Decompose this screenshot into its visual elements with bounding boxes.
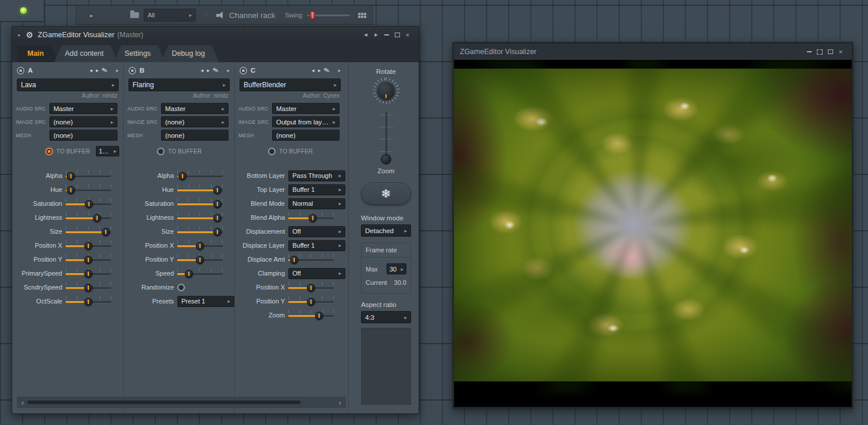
layer-enable-radio[interactable] bbox=[240, 67, 247, 74]
slider-position-y[interactable] bbox=[288, 296, 334, 306]
scrollbar-track[interactable] bbox=[26, 400, 337, 405]
select-bottom-layer[interactable]: Pass Through▸ bbox=[288, 170, 345, 181]
image-src-select[interactable]: Output from layer A▸ bbox=[272, 116, 340, 127]
slider-thumb[interactable] bbox=[84, 256, 92, 264]
horizontal-scrollbar[interactable]: ‹ › bbox=[17, 397, 346, 408]
next-effect-icon[interactable]: ▸ bbox=[318, 67, 321, 73]
slider-hue[interactable] bbox=[66, 184, 111, 195]
slider-thumb[interactable] bbox=[93, 214, 101, 222]
slider-saturation[interactable] bbox=[177, 198, 223, 209]
channel-display-grid-icon[interactable] bbox=[358, 13, 366, 18]
slider-thumb[interactable] bbox=[85, 200, 93, 208]
slider-position-y[interactable] bbox=[66, 254, 111, 265]
audio-src-select[interactable]: Master▸ bbox=[272, 103, 340, 114]
paint-icon[interactable]: ✎ bbox=[323, 66, 331, 75]
slider-scndryspeed[interactable] bbox=[66, 282, 111, 292]
slider-lightness[interactable] bbox=[177, 212, 223, 223]
mesh-select[interactable]: (none) bbox=[161, 130, 228, 141]
select-presets[interactable]: Preset 1▸ bbox=[177, 296, 234, 307]
slider-position-x[interactable] bbox=[177, 240, 223, 251]
select-clamping[interactable]: Off▸ bbox=[288, 268, 345, 279]
slider-thumb[interactable] bbox=[84, 284, 92, 292]
effect-select[interactable]: Lava ▸ bbox=[17, 78, 119, 91]
drag-handle-icon[interactable]: ⋮ bbox=[203, 11, 209, 19]
layer-enable-radio[interactable] bbox=[128, 67, 136, 74]
slider-lightness[interactable] bbox=[66, 212, 111, 223]
slider-alpha[interactable] bbox=[66, 170, 111, 181]
layer-menu-arrow-icon[interactable]: ▸ bbox=[116, 67, 119, 73]
effect-select[interactable]: Flaring ▸ bbox=[128, 78, 230, 91]
slider-size[interactable] bbox=[177, 226, 223, 237]
slider-thumb[interactable] bbox=[196, 256, 204, 264]
prev-preset-button[interactable]: ◂ bbox=[360, 27, 371, 42]
slider-speed[interactable] bbox=[177, 268, 223, 278]
slider-thumb[interactable] bbox=[309, 214, 317, 222]
to-buffer-radio[interactable] bbox=[45, 148, 53, 155]
slider-position-y[interactable] bbox=[177, 254, 223, 265]
visualizer-titlebar[interactable]: ZGameEditor Visualizer × bbox=[454, 44, 852, 60]
image-src-select[interactable]: (none)▸ bbox=[161, 116, 228, 127]
mesh-select[interactable]: (none) bbox=[49, 130, 117, 141]
visualizer-maximize-button[interactable] bbox=[825, 44, 835, 60]
slider-thumb[interactable] bbox=[213, 200, 222, 208]
slider-thumb[interactable] bbox=[213, 228, 222, 236]
slider-primaryspeed[interactable] bbox=[66, 268, 111, 278]
freeze-button[interactable]: ❄ bbox=[361, 183, 411, 205]
layer-menu-arrow-icon[interactable]: ▸ bbox=[227, 67, 230, 73]
tab-settings[interactable]: Settings bbox=[114, 45, 165, 62]
play-arrow-icon[interactable]: ▸ bbox=[90, 12, 93, 19]
slider-thumb[interactable] bbox=[196, 242, 204, 250]
slider-thumb[interactable] bbox=[84, 242, 92, 250]
buffer-percent[interactable]: 100%▸ bbox=[96, 146, 119, 156]
swing-slider-thumb[interactable] bbox=[310, 11, 315, 20]
slider-alpha[interactable] bbox=[177, 170, 223, 181]
window-mode-select[interactable]: Detached ▸ bbox=[361, 224, 411, 237]
slider-thumb[interactable] bbox=[307, 284, 315, 292]
visualizer-fullscreen-button[interactable] bbox=[815, 44, 825, 60]
slider-blend-alpha[interactable] bbox=[288, 212, 334, 223]
next-effect-icon[interactable]: ▸ bbox=[96, 67, 99, 73]
to-buffer-radio[interactable] bbox=[157, 148, 165, 155]
slider-thumb[interactable] bbox=[315, 312, 323, 320]
slider-size[interactable] bbox=[66, 226, 111, 237]
folder-icon[interactable] bbox=[130, 12, 139, 18]
to-buffer-radio[interactable] bbox=[268, 148, 276, 155]
select-top-layer[interactable]: Buffer 1▸ bbox=[288, 184, 345, 195]
max-framerate-select[interactable]: 30 ▸ bbox=[387, 263, 406, 274]
paint-icon[interactable]: ✎ bbox=[212, 66, 220, 75]
scroll-right-icon[interactable]: › bbox=[337, 398, 344, 407]
prev-effect-icon[interactable]: ◂ bbox=[201, 67, 203, 73]
visualizer-close-button[interactable]: × bbox=[835, 44, 846, 60]
audio-src-select[interactable]: Master▸ bbox=[49, 103, 117, 114]
layer-menu-arrow-icon[interactable]: ▸ bbox=[338, 67, 341, 73]
select-displacement[interactable]: Off▸ bbox=[288, 226, 345, 237]
slider-thumb[interactable] bbox=[307, 298, 315, 306]
tab-add-content[interactable]: Add content bbox=[54, 45, 117, 62]
maximize-button[interactable] bbox=[392, 27, 402, 42]
collapse-arrow-icon[interactable]: ▸ bbox=[18, 32, 21, 38]
slider-thumb[interactable] bbox=[84, 270, 92, 278]
slider-thumb[interactable] bbox=[67, 172, 75, 180]
channel-filter-select[interactable]: All ▸ bbox=[144, 9, 196, 22]
slider-zoom[interactable] bbox=[288, 310, 334, 320]
slider-thumb[interactable] bbox=[185, 270, 193, 278]
next-preset-button[interactable]: ▸ bbox=[371, 27, 381, 42]
prev-effect-icon[interactable]: ◂ bbox=[312, 67, 315, 73]
swing-slider[interactable] bbox=[307, 11, 350, 20]
aspect-ratio-select[interactable]: 4:3 ▸ bbox=[361, 311, 411, 323]
slider-position-x[interactable] bbox=[288, 282, 334, 292]
effect-select[interactable]: BufferBlender ▸ bbox=[240, 78, 341, 91]
slider-saturation[interactable] bbox=[66, 198, 111, 209]
slider-thumb[interactable] bbox=[67, 186, 75, 194]
minimize-button[interactable] bbox=[381, 27, 392, 42]
tab-main[interactable]: Main bbox=[17, 45, 58, 62]
slider-thumb[interactable] bbox=[84, 298, 92, 306]
scroll-left-icon[interactable]: ‹ bbox=[19, 398, 26, 407]
plugin-titlebar[interactable]: ▸ ⚙ ZGameEditor Visualizer (Master) ◂ ▸ … bbox=[12, 27, 419, 42]
tab-debug-log[interactable]: Debug log bbox=[161, 45, 219, 62]
next-effect-icon[interactable]: ▸ bbox=[207, 67, 210, 73]
rotate-knob[interactable] bbox=[373, 77, 399, 104]
plugin-options-gear-icon[interactable]: ⚙ bbox=[26, 30, 34, 40]
audio-src-select[interactable]: Master▸ bbox=[161, 103, 228, 114]
select-displace-layer[interactable]: Buffer 1▸ bbox=[288, 240, 345, 251]
